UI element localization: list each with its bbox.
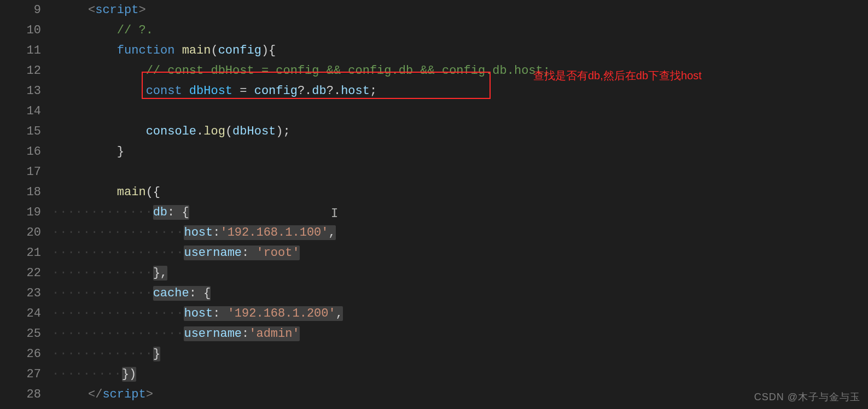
code-line[interactable]: ·················username:'admin': [52, 324, 868, 344]
paren: );: [276, 125, 290, 138]
sep: :: [213, 226, 220, 239]
line-number: 14: [0, 101, 52, 121]
string: 'admin': [249, 327, 299, 341]
line-number: 19: [0, 202, 52, 223]
tag-name: script: [95, 3, 138, 17]
parameter: config: [218, 44, 261, 57]
line-number: 13: [0, 81, 52, 101]
line-number: 17: [0, 162, 52, 182]
line-number: 22: [0, 263, 52, 283]
annotation-text: 查找是否有db,然后在db下查找host: [533, 68, 702, 83]
keyword: const: [146, 84, 182, 98]
string: '192.168.1.200': [228, 307, 336, 320]
code-line[interactable]: ·················username: 'root': [52, 243, 868, 263]
code-line[interactable]: ·············},: [52, 263, 868, 283]
code-editor[interactable]: 910111213141516171819202122232425262728 …: [0, 0, 868, 409]
object-key: host: [184, 307, 213, 320]
argument: dbHost: [232, 125, 276, 138]
object-key: cache: [153, 287, 189, 300]
brace: }: [117, 145, 124, 159]
tag-open: </: [88, 388, 102, 401]
line-number: 23: [0, 283, 52, 303]
punctuation: (: [211, 44, 218, 57]
object-key: username: [184, 246, 242, 260]
object-key: host: [184, 226, 213, 239]
operator: =: [232, 84, 254, 98]
string: 'root': [256, 246, 299, 260]
code-line[interactable]: ·········}): [52, 364, 868, 384]
line-number: 27: [0, 364, 52, 384]
comma: ,: [329, 226, 336, 239]
function-call: main: [117, 185, 146, 199]
method: log: [203, 125, 225, 138]
sep: :: [242, 327, 249, 341]
line-number: 20: [0, 223, 52, 243]
sep: :: [213, 307, 227, 320]
close: }: [153, 347, 160, 361]
code-line[interactable]: function main(config){: [52, 40, 868, 61]
line-number: 9: [0, 0, 52, 20]
open: ({: [146, 185, 160, 199]
object: console: [146, 125, 196, 138]
code-line[interactable]: ·············}: [52, 344, 868, 364]
function-name: main: [182, 44, 211, 57]
sep: : {: [189, 287, 211, 300]
line-number: 28: [0, 384, 52, 405]
close: }): [122, 367, 136, 381]
code-line[interactable]: [52, 162, 868, 182]
line-number: 21: [0, 243, 52, 263]
sep: :: [242, 246, 256, 260]
line-number: 24: [0, 303, 52, 324]
line-number: 18: [0, 182, 52, 202]
brace: {: [269, 44, 276, 57]
line-number: 11: [0, 40, 52, 61]
identifier: config: [254, 84, 298, 98]
code-line[interactable]: }: [52, 142, 868, 162]
code-line[interactable]: ·············cache: {: [52, 283, 868, 303]
line-number-gutter: 910111213141516171819202122232425262728: [0, 0, 52, 409]
code-line[interactable]: [52, 101, 868, 121]
line-number: 25: [0, 324, 52, 344]
code-line[interactable]: ·············db: {: [52, 202, 868, 223]
code-line[interactable]: console.log(dbHost);: [52, 121, 868, 142]
dot: .: [196, 125, 203, 138]
line-number: 16: [0, 142, 52, 162]
string: '192.168.1.100': [220, 226, 328, 239]
code-line[interactable]: </script>: [52, 384, 868, 405]
tag-open: <: [88, 3, 95, 17]
optional-chain: ?.: [327, 84, 341, 98]
code-line[interactable]: // const dbHost = config && config.db &&…: [52, 61, 868, 81]
line-number: 26: [0, 344, 52, 364]
object-key: username: [184, 327, 242, 341]
optional-chain: ?.: [298, 84, 312, 98]
code-line[interactable]: main({: [52, 182, 868, 202]
sep: : {: [167, 206, 189, 219]
property: host: [341, 84, 370, 98]
comment: // ?.: [117, 24, 153, 37]
punctuation: ): [261, 44, 269, 57]
tag-close: >: [138, 3, 145, 17]
code-line[interactable]: ·················host:'192.168.1.100',: [52, 223, 868, 243]
property: db: [312, 84, 326, 98]
line-number: 15: [0, 121, 52, 142]
close: },: [153, 266, 167, 280]
watermark: CSDN @木子与金与玉: [754, 390, 860, 404]
code-line[interactable]: const dbHost = config?.db?.host;: [52, 81, 868, 101]
semicolon: ;: [370, 84, 377, 98]
line-number: 12: [0, 61, 52, 81]
comma: ,: [336, 307, 343, 320]
code-line[interactable]: ·················host: '192.168.1.200',: [52, 303, 868, 324]
tag-close: >: [146, 388, 153, 401]
comment: // const dbHost = config && config.db &&…: [146, 64, 550, 78]
paren: (: [225, 125, 232, 138]
object-key: db: [153, 206, 167, 219]
code-line[interactable]: <script>: [52, 0, 868, 20]
variable: dbHost: [189, 84, 232, 98]
line-number: 10: [0, 20, 52, 40]
tag-name: script: [102, 388, 145, 401]
keyword: function: [117, 44, 175, 57]
code-area[interactable]: <script> // ?. function main(config){ //…: [52, 0, 868, 409]
code-line[interactable]: // ?.: [52, 20, 868, 40]
